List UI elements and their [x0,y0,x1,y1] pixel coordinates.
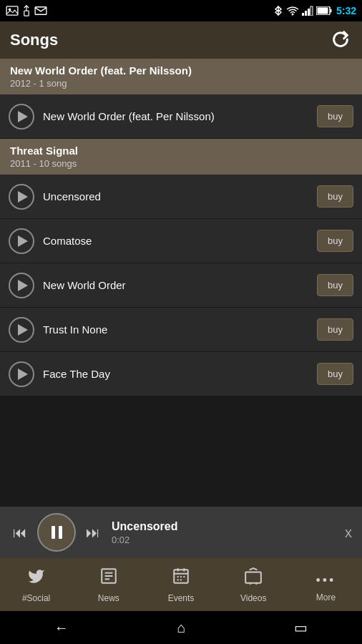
song-title-0-0: New World Order (feat. Per Nilsson) [43,110,317,122]
nav-label-news: News [98,593,119,603]
play-button-1-1[interactable] [9,228,34,254]
pause-icon [52,526,62,539]
android-navigation-bar: ← ⌂ ▭ [0,611,362,644]
play-button-1-4[interactable] [9,361,34,387]
svg-rect-6 [302,13,304,16]
app-header: Songs [0,21,362,59]
play-triangle [18,280,28,291]
bluetooth-icon [273,6,283,16]
play-triangle [18,111,28,122]
page-title: Songs [10,31,58,49]
buy-button-1-4[interactable]: buy [317,363,353,385]
refresh-button[interactable] [331,29,352,51]
close-now-playing-button[interactable]: x [342,525,355,541]
play-button-1-2[interactable] [9,273,34,298]
svg-rect-0 [6,6,18,15]
playback-controls: ⏮ ⏭ [7,513,106,552]
svg-rect-7 [305,11,307,16]
now-playing-title: Uncensored [112,520,342,533]
svg-point-5 [291,14,293,16]
song-title-1-3: Trust In None [43,323,317,336]
mail-icon [34,6,47,16]
play-triangle [18,324,28,336]
nav-item-videos[interactable]: Videos [217,567,290,603]
svg-rect-2 [24,11,29,16]
song-title-1-2: New World Order [43,279,317,291]
bottom-navigation: #Social News [0,558,362,611]
now-playing-info: Uncensored 0:02 [112,520,342,545]
recent-apps-button[interactable]: ▭ [294,619,308,636]
songs-list: New World Order (feat. Per Nilsson) 2012… [0,59,362,507]
wifi-icon [286,6,299,16]
nav-label-events: Events [168,593,195,603]
now-playing-bar: ⏮ ⏭ Uncensored 0:02 x [0,507,362,558]
rewind-button[interactable]: ⏮ [7,525,33,541]
play-triangle [18,235,28,247]
buy-button-1-3[interactable]: buy [317,318,353,341]
song-title-1-4: Face The Day [43,368,317,380]
buy-button-0-0[interactable]: buy [317,105,353,127]
play-button-1-0[interactable] [9,184,34,210]
album-meta-1: 2011 - 10 songs [10,158,352,169]
buy-button-1-2[interactable]: buy [317,274,353,296]
status-bar: 5:32 [0,0,362,21]
play-button-1-3[interactable] [9,317,34,343]
nav-label-videos: Videos [240,593,266,603]
signal-icon [302,6,313,16]
song-row-1-3: Trust In None buy [0,308,362,352]
svg-rect-26 [245,572,261,582]
album-name-1: Threat Signal [10,145,352,157]
nav-label-more: More [316,592,336,602]
play-triangle [18,369,28,380]
buy-button-1-1[interactable]: buy [317,230,353,252]
svg-rect-11 [317,8,328,14]
song-row-1-2: New World Order buy [0,263,362,308]
album-name-0: New World Order (feat. Per Nilsson) [10,64,352,77]
home-button[interactable]: ⌂ [177,620,185,636]
svg-rect-8 [308,9,310,16]
svg-point-1 [9,9,11,11]
pause-bar-right [59,526,62,539]
news-icon [99,567,118,590]
buy-button-1-0[interactable]: buy [317,185,353,208]
album-meta-0: 2012 - 1 song [10,78,352,89]
album-header-0: New World Order (feat. Per Nilsson) 2012… [0,59,362,94]
svg-rect-4 [35,7,47,15]
fast-forward-button[interactable]: ⏭ [80,525,106,541]
album-header-1: Threat Signal 2011 - 10 songs [0,139,362,175]
image-icon [6,6,19,16]
play-triangle [18,191,28,203]
more-icon: ••• [315,567,336,590]
nav-item-news[interactable]: News [72,567,145,603]
svg-rect-9 [310,6,313,16]
svg-rect-12 [330,9,331,13]
status-icons-left [6,5,47,16]
status-right: 5:32 [273,5,356,16]
upload-icon [21,5,31,16]
song-title-1-0: Uncensored [43,190,317,203]
song-row-1-4: Face The Day buy [0,352,362,396]
play-button-0-0[interactable] [9,104,34,130]
calendar-icon [172,567,190,590]
song-row-1-0: Uncensored buy [0,175,362,219]
now-playing-time: 0:02 [112,535,342,545]
nav-item-more[interactable]: ••• More [290,567,362,602]
nav-label-social: #Social [22,593,50,603]
pause-button[interactable] [37,513,76,552]
back-button[interactable]: ← [54,620,69,636]
pause-bar-left [52,526,55,539]
song-title-1-1: Comatose [43,235,317,247]
nav-item-social[interactable]: #Social [0,567,72,603]
song-row-1-1: Comatose buy [0,219,362,263]
nav-item-events[interactable]: Events [145,567,217,603]
twitter-icon [27,567,46,590]
tv-icon [244,567,263,590]
song-row-0-0: New World Order (feat. Per Nilsson) buy [0,94,362,139]
status-time: 5:32 [336,5,356,16]
battery-icon [316,6,332,15]
